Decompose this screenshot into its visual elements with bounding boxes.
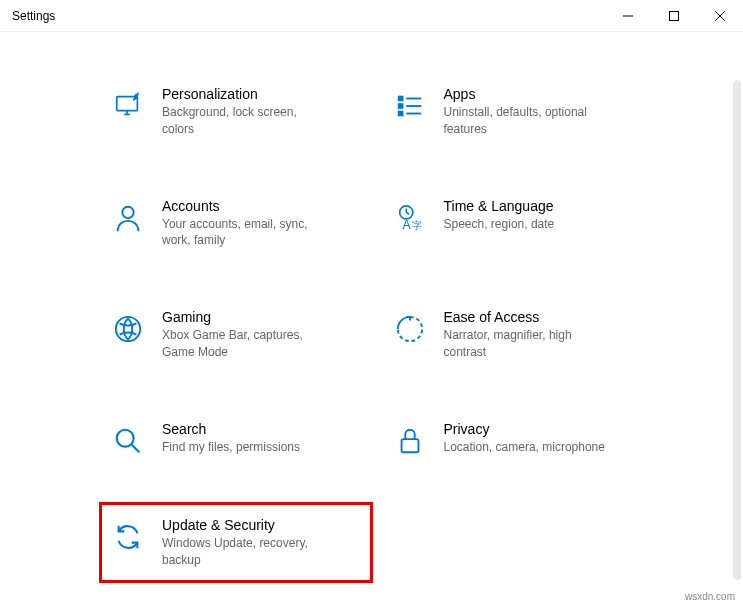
svg-rect-8: [398, 104, 402, 108]
window-title: Settings: [12, 9, 55, 23]
category-desc: Uninstall, defaults, optional features: [444, 104, 614, 138]
category-desc: Narrator, magnifier, high contrast: [444, 327, 614, 361]
svg-rect-9: [398, 112, 402, 116]
svg-point-19: [116, 317, 140, 341]
category-apps[interactable]: Apps Uninstall, defaults, optional featu…: [392, 82, 644, 142]
svg-rect-7: [398, 97, 402, 101]
close-button[interactable]: [697, 0, 743, 32]
update-security-icon: [112, 521, 144, 553]
category-desc: Xbox Game Bar, captures, Game Mode: [162, 327, 332, 361]
ease-of-access-icon: [394, 313, 426, 345]
maximize-button[interactable]: [651, 0, 697, 32]
personalization-icon: [112, 90, 144, 122]
svg-line-16: [406, 212, 409, 214]
category-title: Privacy: [444, 421, 642, 437]
search-icon: [112, 425, 144, 457]
category-title: Ease of Access: [444, 309, 642, 325]
svg-text:字: 字: [411, 220, 421, 231]
category-title: Time & Language: [444, 198, 642, 214]
category-time-language[interactable]: A 字 Time & Language Speech, region, date: [392, 194, 644, 254]
category-title: Update & Security: [162, 517, 360, 533]
category-title: Search: [162, 421, 360, 437]
settings-categories-grid: Personalization Background, lock screen,…: [0, 32, 743, 592]
svg-rect-22: [401, 439, 418, 452]
category-desc: Background, lock screen, colors: [162, 104, 332, 138]
category-update-security[interactable]: Update & Security Windows Update, recove…: [110, 513, 362, 573]
svg-rect-1: [670, 12, 679, 21]
category-title: Personalization: [162, 86, 360, 102]
category-desc: Location, camera, microphone: [444, 439, 614, 456]
time-language-icon: A 字: [394, 202, 426, 234]
category-desc: Your accounts, email, sync, work, family: [162, 216, 332, 250]
category-privacy[interactable]: Privacy Location, camera, microphone: [392, 417, 644, 461]
category-personalization[interactable]: Personalization Background, lock screen,…: [110, 82, 362, 142]
apps-icon: [394, 90, 426, 122]
gaming-icon: [112, 313, 144, 345]
svg-line-21: [132, 445, 140, 453]
category-title: Apps: [444, 86, 642, 102]
category-desc: Find my files, permissions: [162, 439, 332, 456]
category-title: Gaming: [162, 309, 360, 325]
accounts-icon: [112, 202, 144, 234]
vertical-scrollbar[interactable]: [733, 80, 741, 580]
minimize-button[interactable]: [605, 0, 651, 32]
category-ease-of-access[interactable]: Ease of Access Narrator, magnifier, high…: [392, 305, 644, 365]
svg-text:A: A: [402, 218, 411, 232]
category-title: Accounts: [162, 198, 360, 214]
category-search[interactable]: Search Find my files, permissions: [110, 417, 362, 461]
svg-point-20: [117, 430, 134, 447]
privacy-icon: [394, 425, 426, 457]
watermark: wsxdn.com: [685, 591, 735, 602]
category-desc: Speech, region, date: [444, 216, 614, 233]
category-accounts[interactable]: Accounts Your accounts, email, sync, wor…: [110, 194, 362, 254]
category-desc: Windows Update, recovery, backup: [162, 535, 332, 569]
category-gaming[interactable]: Gaming Xbox Game Bar, captures, Game Mod…: [110, 305, 362, 365]
window-controls: [605, 0, 743, 32]
svg-point-13: [122, 206, 133, 217]
